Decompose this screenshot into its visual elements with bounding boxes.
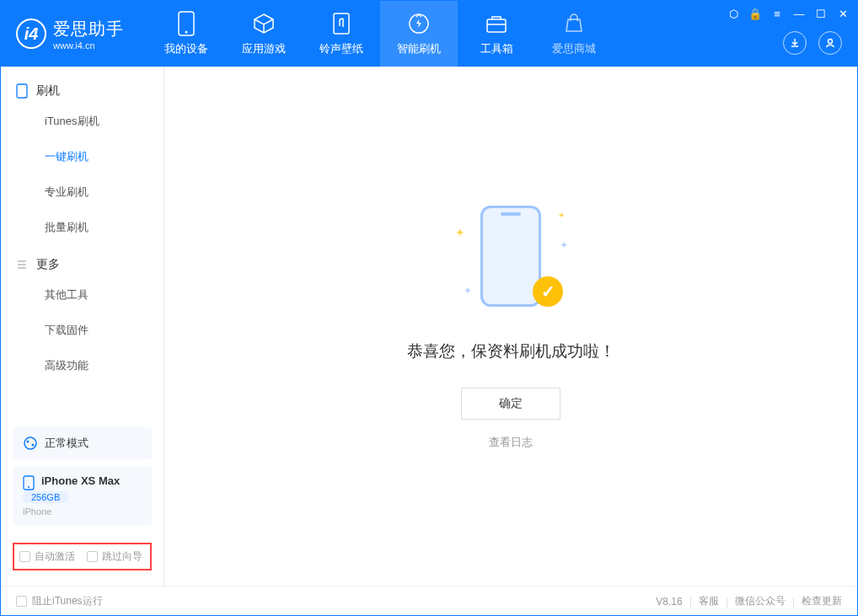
device-mode-label: 正常模式 — [45, 436, 88, 451]
header-action-icons — [783, 31, 842, 55]
plus-icon: ✦ — [560, 239, 568, 251]
nav-tab-device[interactable]: 我的设备 — [147, 1, 225, 67]
main-content: ✦ ✦ ✦ ✦ ✓ 恭喜您，保资料刷机成功啦！ 确定 查看日志 — [164, 67, 857, 586]
sparkle-icon: ✦ — [455, 226, 465, 239]
checkbox-skip-wizard[interactable]: 跳过向导 — [87, 549, 142, 564]
logo: i4 爱思助手 www.i4.cn — [1, 18, 139, 51]
sidebar-item-firmware[interactable]: 下载固件 — [1, 313, 164, 348]
nav-tabs: 我的设备 应用游戏 铃声壁纸 智能刷机 工具箱 爱思商城 — [147, 1, 613, 67]
ok-button[interactable]: 确定 — [461, 388, 560, 420]
success-message: 恭喜您，保资料刷机成功啦！ — [407, 340, 615, 362]
user-icon[interactable] — [818, 31, 842, 55]
status-link-support[interactable]: 客服 — [699, 594, 719, 608]
logo-icon: i4 — [16, 19, 46, 49]
phone-icon — [16, 83, 28, 99]
sidebar-item-other[interactable]: 其他工具 — [1, 277, 164, 313]
status-link-update[interactable]: 检查更新 — [802, 594, 842, 608]
checkbox-row-highlighted: 自动激活 跳过向导 — [13, 543, 152, 570]
nav-label: 工具箱 — [480, 41, 513, 56]
device-mode-card[interactable]: 正常模式 — [13, 427, 152, 459]
device-info-card[interactable]: iPhone XS Max 256GB iPhone — [13, 466, 152, 525]
svg-rect-3 — [487, 19, 506, 32]
checkbox-block-itunes[interactable]: 阻止iTunes运行 — [16, 594, 103, 608]
header: i4 爱思助手 www.i4.cn 我的设备 应用游戏 铃声壁纸 智能刷机 工具… — [1, 1, 857, 67]
sidebar-item-itunes[interactable]: iTunes刷机 — [1, 104, 164, 139]
checkbox-auto-activate[interactable]: 自动激活 — [19, 549, 75, 564]
nav-tab-toolbox[interactable]: 工具箱 — [458, 1, 535, 67]
svg-rect-2 — [334, 13, 349, 34]
logo-subtitle: www.i4.cn — [53, 40, 124, 51]
body: 刷机 iTunes刷机 一键刷机 专业刷机 批量刷机 更多 其他工具 下载固件 … — [1, 67, 857, 586]
sidebar-section-flash: 刷机 — [1, 78, 164, 104]
close-icon[interactable]: ✕ — [837, 8, 849, 19]
sidebar-item-pro[interactable]: 专业刷机 — [1, 174, 164, 210]
status-link-wechat[interactable]: 微信公众号 — [735, 594, 786, 608]
nav-label: 我的设备 — [164, 41, 208, 56]
sidebar-item-oneclick[interactable]: 一键刷机 — [1, 139, 164, 174]
statusbar: 阻止iTunes运行 V8.16 | 客服 | 微信公众号 | 检查更新 — [1, 586, 857, 616]
maximize-icon[interactable]: ☐ — [815, 8, 827, 19]
version-label: V8.16 — [656, 596, 682, 608]
sidebar: 刷机 iTunes刷机 一键刷机 专业刷机 批量刷机 更多 其他工具 下载固件 … — [1, 67, 164, 586]
device-cards: 正常模式 iPhone XS Max 256GB iPhone — [13, 427, 152, 525]
toolbox-icon — [484, 11, 509, 36]
nav-tab-apps[interactable]: 应用游戏 — [225, 1, 303, 67]
sidebar-section-more: 更多 — [1, 252, 164, 277]
plus-icon: ✦ — [464, 285, 472, 297]
svg-point-6 — [24, 437, 36, 449]
mode-icon — [23, 436, 38, 451]
checkbox-icon — [16, 596, 27, 607]
nav-label: 智能刷机 — [397, 41, 441, 56]
sidebar-item-batch[interactable]: 批量刷机 — [1, 210, 164, 245]
sidebar-item-advanced[interactable]: 高级功能 — [1, 348, 164, 383]
nav-tab-store[interactable]: 爱思商城 — [535, 1, 613, 67]
lock-icon[interactable]: 🔒 — [749, 8, 761, 19]
success-illustration: ✦ ✦ ✦ ✦ ✓ — [452, 202, 570, 320]
flash-icon — [406, 11, 432, 36]
nav-label: 应用游戏 — [242, 41, 286, 56]
view-log-link[interactable]: 查看日志 — [489, 435, 533, 450]
device-icon — [174, 11, 199, 36]
check-badge-icon: ✓ — [533, 276, 563, 307]
list-icon — [16, 259, 28, 271]
svg-point-7 — [27, 441, 29, 443]
svg-point-4 — [829, 40, 833, 44]
checkbox-icon — [87, 551, 98, 562]
window-controls: ⬡ 🔒 ≡ — ☐ ✕ — [727, 8, 849, 19]
apps-icon — [251, 11, 276, 36]
menu-icon[interactable]: ≡ — [771, 8, 783, 19]
device-storage: 256GB — [23, 491, 68, 503]
logo-title: 爱思助手 — [53, 18, 124, 40]
device-type: iPhone — [23, 506, 142, 517]
nav-tab-flash[interactable]: 智能刷机 — [380, 1, 458, 67]
svg-point-8 — [32, 444, 35, 447]
svg-point-10 — [28, 486, 29, 488]
svg-rect-5 — [17, 84, 27, 98]
nav-label: 铃声壁纸 — [319, 41, 363, 56]
sparkle-icon: ✦ — [558, 211, 565, 220]
checkbox-icon — [19, 551, 30, 562]
store-icon — [561, 11, 587, 36]
nav-tab-ringtone[interactable]: 铃声壁纸 — [303, 1, 380, 67]
minimize-icon[interactable]: — — [793, 8, 805, 19]
device-name: iPhone XS Max — [41, 474, 120, 487]
svg-point-1 — [185, 31, 188, 34]
ringtone-icon — [329, 11, 354, 36]
phone-icon — [23, 475, 35, 490]
download-icon[interactable] — [783, 31, 807, 55]
shirt-icon[interactable]: ⬡ — [727, 8, 739, 19]
nav-label: 爱思商城 — [552, 41, 596, 56]
